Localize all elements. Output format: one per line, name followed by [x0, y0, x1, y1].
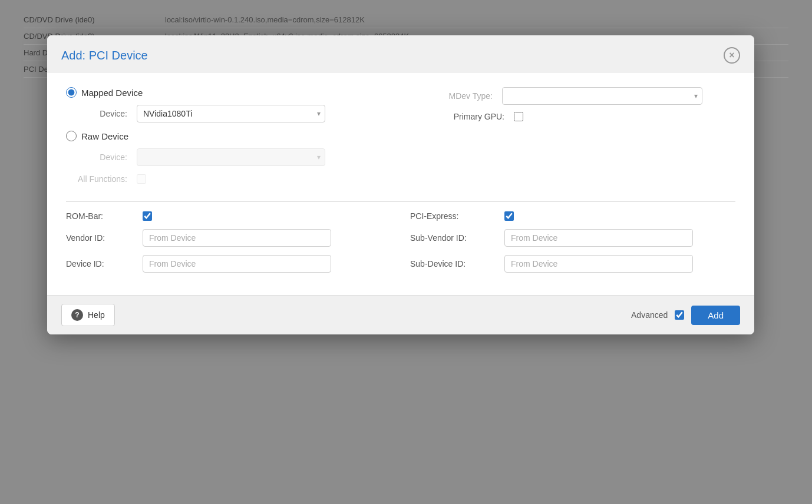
device-select-wrapper: NVidia1080Ti ▾ — [137, 105, 325, 122]
dialog-body: Mapped Device Device: NVidia1080Ti ▾ Ra — [47, 73, 754, 295]
mdev-type-select-wrapper: ▾ — [502, 87, 702, 105]
mdev-type-row: MDev Type: ▾ — [420, 87, 735, 105]
primary-gpu-row: Primary GPU: — [420, 112, 735, 121]
dialog-title: Add: PCI Device — [61, 49, 148, 62]
mapped-device-field-row: Device: NVidia1080Ti ▾ — [66, 105, 382, 122]
bottom-row: ROM-Bar: Vendor ID: Device ID: — [66, 211, 735, 281]
raw-device-label-text: Device: — [66, 152, 137, 162]
rom-bar-checkbox[interactable] — [143, 211, 152, 221]
vendor-id-label: Vendor ID: — [66, 233, 143, 243]
raw-device-row: Raw Device — [66, 131, 382, 141]
pci-express-checkbox[interactable] — [504, 211, 514, 221]
help-button[interactable]: ? Help — [61, 304, 115, 326]
add-pci-device-dialog: Add: PCI Device × Mapped Device Device: — [47, 35, 754, 334]
close-button[interactable]: × — [724, 47, 740, 64]
rom-bar-row: ROM-Bar: — [66, 211, 391, 221]
bottom-left-col: ROM-Bar: Vendor ID: Device ID: — [66, 211, 391, 281]
device-select[interactable]: NVidia1080Ti — [137, 105, 325, 122]
left-column: Mapped Device Device: NVidia1080Ti ▾ Ra — [66, 87, 401, 192]
sub-vendor-id-input[interactable] — [504, 229, 693, 247]
mapped-device-row: Mapped Device — [66, 87, 382, 98]
raw-device-label: Raw Device — [81, 131, 128, 141]
raw-device-radio[interactable] — [66, 131, 77, 141]
raw-device-field-row: Device: ▾ — [66, 148, 382, 166]
primary-gpu-label: Primary GPU: — [420, 112, 514, 121]
section-divider — [66, 201, 735, 202]
all-functions-label: All Functions: — [66, 174, 137, 184]
device-id-label: Device ID: — [66, 259, 143, 268]
top-section: Mapped Device Device: NVidia1080Ti ▾ Ra — [66, 87, 735, 192]
device-label: Device: — [66, 109, 137, 118]
raw-device-select-wrapper: ▾ — [137, 148, 325, 166]
mapped-device-radio[interactable] — [66, 87, 77, 98]
sub-device-id-row: Sub-Device ID: — [410, 255, 735, 273]
dialog-header: Add: PCI Device × — [47, 35, 754, 73]
vendor-id-row: Vendor ID: — [66, 229, 391, 247]
bottom-section: ROM-Bar: Vendor ID: Device ID: — [66, 211, 735, 281]
primary-gpu-checkbox[interactable] — [514, 112, 523, 121]
footer-right: Advanced Add — [631, 306, 740, 325]
all-functions-row: All Functions: — [66, 174, 382, 184]
add-button[interactable]: Add — [691, 306, 740, 325]
mapped-device-label: Mapped Device — [81, 88, 143, 98]
dialog-footer: ? Help Advanced Add — [47, 295, 754, 334]
all-functions-checkbox[interactable] — [137, 174, 146, 184]
help-circle-icon: ? — [71, 309, 83, 321]
help-label: Help — [88, 310, 105, 320]
mdev-type-label: MDev Type: — [420, 91, 502, 101]
bottom-right-col: PCI-Express: Sub-Vendor ID: Sub-Device I… — [410, 211, 735, 281]
vendor-id-input[interactable] — [143, 229, 331, 247]
sub-device-id-label: Sub-Device ID: — [410, 259, 504, 268]
sub-vendor-id-label: Sub-Vendor ID: — [410, 233, 504, 243]
device-id-row: Device ID: — [66, 255, 391, 273]
advanced-label: Advanced — [631, 310, 668, 320]
pci-express-label: PCI-Express: — [410, 211, 504, 221]
rom-bar-label: ROM-Bar: — [66, 211, 143, 221]
sub-device-id-input[interactable] — [504, 255, 693, 273]
raw-device-select[interactable] — [137, 148, 325, 166]
right-column: MDev Type: ▾ Primary GPU: — [401, 87, 735, 192]
close-icon: × — [729, 50, 734, 61]
pci-express-row: PCI-Express: — [410, 211, 735, 221]
mdev-type-select[interactable] — [502, 87, 702, 105]
advanced-checkbox[interactable] — [675, 310, 684, 320]
sub-vendor-id-row: Sub-Vendor ID: — [410, 229, 735, 247]
device-id-input[interactable] — [143, 255, 331, 273]
